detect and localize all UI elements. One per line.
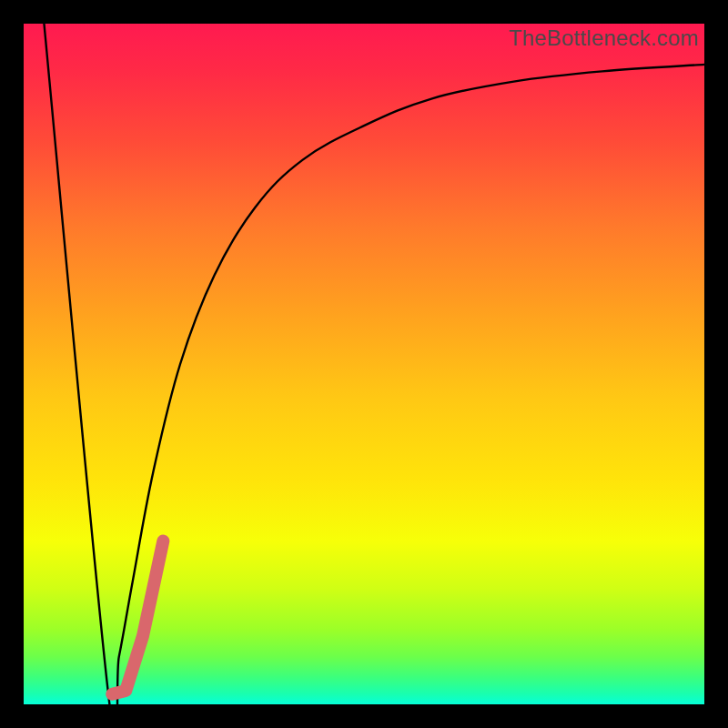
highlight-marker [112, 541, 163, 693]
chart-svg [24, 24, 704, 704]
chart-frame: TheBottleneck.com [0, 0, 728, 728]
watermark-text: TheBottleneck.com [509, 25, 699, 51]
bottleneck-curve [44, 24, 704, 704]
plot-area: TheBottleneck.com [24, 24, 704, 704]
